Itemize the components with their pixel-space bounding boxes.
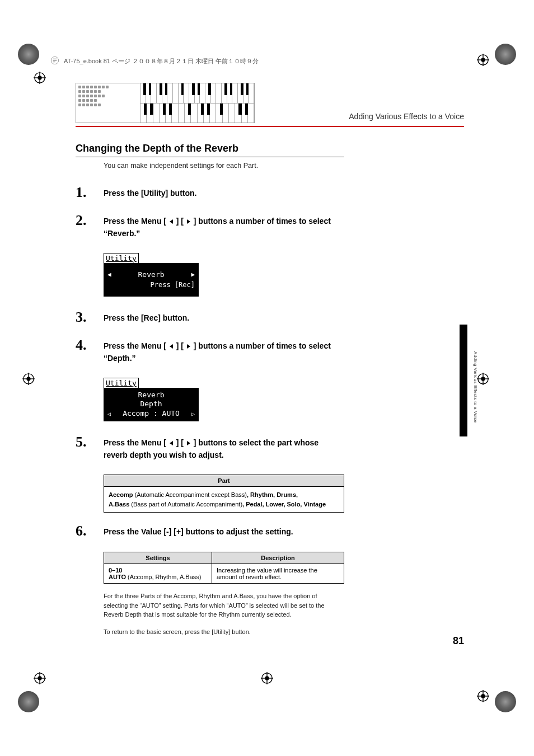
- lcd-title: Utility: [104, 253, 139, 263]
- lcd-bottom-text: Press [Rec]: [104, 280, 198, 290]
- step-6: 6. Press the Value [-] [+] buttons to ad…: [76, 524, 344, 538]
- print-mark-corner-bl: [18, 691, 39, 712]
- svg-marker-31: [170, 344, 173, 349]
- page-number: 81: [453, 635, 464, 647]
- lcd-title: Utility: [104, 378, 139, 388]
- registration-mark: [261, 672, 273, 684]
- svg-point-3: [481, 58, 485, 62]
- section-intro: You can make independent settings for ea…: [104, 162, 344, 170]
- step-3: 3. Press the [Rec] button.: [76, 310, 344, 325]
- lcd-screenshot-2: Utility Reverb Depth ◁ Accomp : AUTO ▷: [104, 378, 344, 422]
- settings-cell: 0–10 AUTO (Accomp, Rhythm, A.Bass): [104, 564, 212, 584]
- step-text: Press the Menu [ ] [ ] buttons a number …: [104, 338, 344, 364]
- svg-marker-32: [187, 344, 190, 349]
- settings-col-header: Settings: [104, 552, 212, 564]
- step-number: 1.: [76, 185, 104, 200]
- document-meta: AT-75_e.book 81 ページ ２００８年８月２１日 木曜日 午前１０時…: [50, 56, 259, 66]
- step-text: Press the Menu [ ] [ ] buttons a number …: [104, 213, 344, 240]
- lcd-line: Accomp : AUTO: [111, 409, 191, 419]
- svg-point-7: [38, 76, 41, 79]
- print-mark-corner-br: [495, 691, 516, 712]
- right-arrow-icon: [186, 216, 191, 228]
- svg-marker-34: [187, 441, 190, 445]
- left-arrow-icon: [168, 341, 174, 353]
- step-number: 3.: [76, 310, 104, 325]
- lcd-line: Reverb: [104, 391, 198, 400]
- step-number: 6.: [76, 524, 104, 538]
- note-text: To return to the basic screen, press the…: [104, 627, 339, 637]
- description-cell: Increasing the value will increase the a…: [212, 564, 344, 584]
- right-arrow-icon: [186, 438, 191, 449]
- chapter-title: Adding Various Effects to a Voice: [349, 112, 464, 121]
- document-meta-text: AT-75_e.book 81 ページ ２００８年８月２１日 木曜日 午前１０時…: [64, 57, 259, 65]
- lcd-screenshot-1: Utility ◀ Reverb ▶ Press [Rec]: [104, 253, 344, 297]
- book-icon: [50, 56, 59, 66]
- step-number: 5.: [76, 435, 104, 449]
- note-text: For the three Parts of the Accomp, Rhyth…: [104, 591, 339, 619]
- section-title: Changing the Depth of the Reverb: [76, 143, 344, 157]
- left-arrow-icon: [168, 216, 174, 228]
- step-4: 4. Press the Menu [ ] [ ] buttons a numb…: [76, 338, 344, 364]
- svg-point-27: [265, 676, 269, 680]
- print-mark-corner-tl: [18, 44, 39, 65]
- step-text: Press the Value [-] [+] buttons to adjus…: [104, 524, 344, 538]
- svg-point-15: [481, 377, 485, 381]
- svg-point-11: [26, 377, 30, 381]
- header-rule: [76, 126, 464, 127]
- lcd-line: Depth: [104, 400, 198, 409]
- step-5: 5. Press the Menu [ ] [ ] buttons to sel…: [76, 435, 344, 461]
- lcd-center-text: Reverb: [111, 270, 191, 279]
- svg-marker-33: [170, 441, 173, 445]
- step-text: Press the [Rec] button.: [104, 310, 344, 324]
- svg-marker-30: [187, 219, 190, 224]
- keyboard-product-graphic: [76, 83, 255, 123]
- print-mark-corner-tr: [495, 44, 516, 65]
- step-2: 2. Press the Menu [ ] [ ] buttons a numb…: [76, 213, 344, 240]
- step-number: 4.: [76, 338, 104, 353]
- side-tab-label: Adding Various Effects to a Voice: [473, 351, 478, 422]
- svg-marker-29: [170, 219, 173, 224]
- registration-mark: [34, 72, 46, 84]
- right-arrow-icon: [186, 341, 191, 353]
- svg-point-19: [38, 676, 41, 680]
- registration-mark: [22, 373, 35, 385]
- settings-table: Settings Description 0–10 AUTO (Accomp, …: [104, 552, 344, 584]
- svg-point-23: [481, 694, 485, 698]
- left-arrow-icon: ◀: [107, 271, 111, 278]
- step-number: 2.: [76, 213, 104, 228]
- part-table-body: Accomp (Automatic Accompaniment except B…: [104, 487, 344, 512]
- registration-mark: [477, 373, 489, 385]
- main-content: Changing the Depth of the Reverb You can…: [76, 143, 344, 644]
- side-tab-index: [460, 325, 467, 436]
- right-arrow-icon: ▷: [191, 410, 195, 417]
- step-1: 1. Press the [Utility] button.: [76, 185, 344, 200]
- description-col-header: Description: [212, 552, 344, 564]
- registration-mark: [477, 54, 489, 66]
- step-text: Press the Menu [ ] [ ] buttons to select…: [104, 435, 344, 461]
- right-arrow-icon: ▶: [191, 271, 195, 278]
- registration-mark: [34, 672, 46, 684]
- part-table-header: Part: [104, 475, 344, 487]
- registration-mark: [477, 690, 489, 702]
- part-table: Part Accomp (Automatic Accompaniment exc…: [104, 475, 344, 513]
- step-text: Press the [Utility] button.: [104, 185, 344, 199]
- left-arrow-icon: [168, 438, 174, 449]
